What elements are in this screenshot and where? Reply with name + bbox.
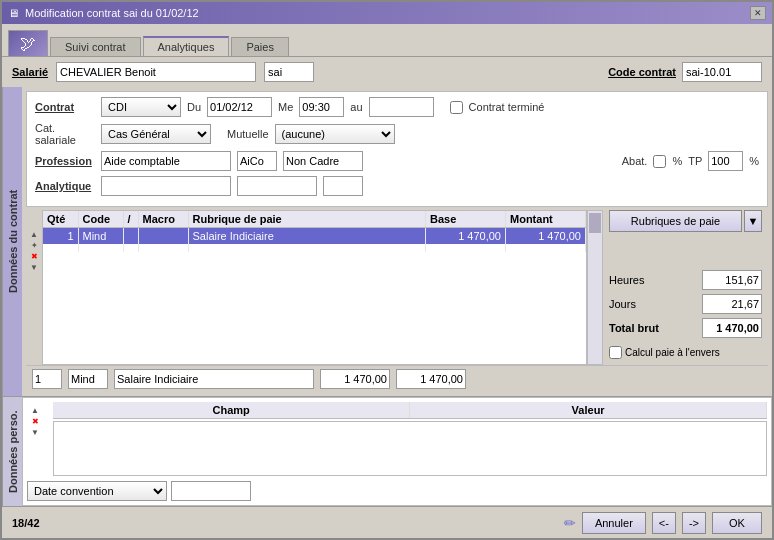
heures-input[interactable] (702, 270, 762, 290)
edit-rubrique[interactable] (114, 369, 314, 389)
close-button[interactable]: ✕ (750, 6, 766, 20)
edit-code[interactable] (68, 369, 108, 389)
jours-input[interactable] (702, 294, 762, 314)
salarie-code-input[interactable] (264, 62, 314, 82)
table-row[interactable]: 1 Mind Salaire Indiciaire 1 470,00 1 470… (43, 228, 586, 245)
tp-input[interactable] (708, 151, 743, 171)
lower-side-icons: ▲ ✖ ▼ (27, 402, 43, 478)
cat-salariale-row: Cat. salariale Cas Général Mutuelle (auc… (35, 122, 759, 146)
icon-delete[interactable]: ✖ (26, 252, 42, 261)
total-brut-input[interactable] (702, 318, 762, 338)
code-contrat-label: Code contrat (608, 66, 676, 78)
mutuelle-select[interactable]: (aucune) (275, 124, 395, 144)
scroll-thumb[interactable] (589, 213, 601, 233)
ok-button[interactable]: OK (712, 512, 762, 534)
date-convention-select[interactable]: Date convention (27, 481, 167, 501)
cell-rubrique: Salaire Indiciaire (188, 228, 426, 245)
col-code: Code (78, 211, 123, 228)
edit-base[interactable] (320, 369, 390, 389)
rubriques-dropdown-btn[interactable]: ▼ (744, 210, 762, 232)
tab-analytiques[interactable]: Analytiques (143, 36, 230, 56)
abat-checkbox[interactable] (653, 155, 666, 168)
table-scrollbar[interactable] (587, 210, 603, 365)
spacer (609, 236, 762, 266)
contrat-checkbox[interactable] (450, 101, 463, 114)
total-brut-row: Total brut (609, 318, 762, 338)
jours-row: Jours (609, 294, 762, 314)
col-base: Base (426, 211, 506, 228)
profession-label: Profession (35, 155, 95, 167)
edit-montant[interactable] (396, 369, 466, 389)
col-slash: / (123, 211, 138, 228)
rubriques-button[interactable]: Rubriques de paie (609, 210, 742, 232)
lower-form: ▲ ✖ ▼ Champ Valeur (22, 397, 772, 506)
analytique-input1[interactable] (101, 176, 231, 196)
code-contrat-area: Code contrat (608, 62, 762, 82)
table-row[interactable] (43, 248, 586, 252)
au-date-input[interactable] (369, 97, 434, 117)
col-rubrique: Rubrique de paie (188, 211, 426, 228)
prev-button[interactable]: <- (652, 512, 676, 534)
table-container: Qté Code / Macro Rubrique de paie Base M… (42, 210, 587, 365)
edit-qte[interactable] (32, 369, 62, 389)
lower-icon-delete[interactable]: ✖ (27, 417, 43, 426)
pct2-label: % (749, 155, 759, 167)
table-header-row: Qté Code / Macro Rubrique de paie Base M… (43, 211, 586, 228)
pencil-icon[interactable]: ✏ (564, 515, 576, 531)
contrat-termine-label: Contrat terminé (469, 101, 545, 113)
bottom-controls: Date convention (27, 481, 767, 501)
icon-up[interactable]: ▲ (26, 230, 42, 239)
cat-salariale-select[interactable]: Cas Général (101, 124, 211, 144)
paie-table: Qté Code / Macro Rubrique de paie Base M… (43, 211, 586, 252)
lower-header-row: Champ Valeur (53, 402, 767, 419)
cell-base: 1 470,00 (426, 228, 506, 245)
col-montant: Montant (506, 211, 586, 228)
salarie-label: Salarié (12, 66, 48, 78)
upper-content: Contrat CDI Du Me au Contrat terminé (22, 87, 772, 396)
side-label-upper: Données du contrat (2, 87, 22, 396)
table-header-area: Qté Code / Macro Rubrique de paie Base M… (43, 211, 586, 252)
total-brut-label: Total brut (609, 322, 659, 334)
annuler-button[interactable]: Annuler (582, 512, 646, 534)
side-label-lower: Données perso. (2, 397, 22, 506)
tab-logo[interactable]: 🕊 (8, 30, 48, 56)
lower-textarea[interactable] (54, 422, 766, 475)
lower-icon-down[interactable]: ▼ (27, 428, 43, 437)
profession-input[interactable] (101, 151, 231, 171)
next-button[interactable]: -> (682, 512, 706, 534)
title-bar: 🖥 Modification contrat sai du 01/02/12 ✕ (2, 2, 772, 24)
lower-icon-up[interactable]: ▲ (27, 406, 43, 415)
cell-slash (123, 228, 138, 245)
main-body: Données du contrat Contrat CDI (2, 87, 772, 506)
calcul-checkbox[interactable] (609, 346, 622, 359)
jours-label: Jours (609, 298, 636, 310)
aico-input[interactable] (237, 151, 277, 171)
edit-row-area (26, 365, 768, 392)
window-title: Modification contrat sai du 01/02/12 (25, 7, 199, 19)
icon-star[interactable]: ✦ (26, 241, 42, 250)
right-panel: Rubriques de paie ▼ Heures Jours (603, 210, 768, 365)
heure-input[interactable] (299, 97, 344, 117)
contrat-select[interactable]: CDI (101, 97, 181, 117)
tab-paies[interactable]: Paies (231, 37, 289, 56)
table-area: ▲ ✦ ✖ ▼ Qté (26, 210, 768, 365)
tab-suivi-contrat[interactable]: Suivi contrat (50, 37, 141, 56)
analytique-input2[interactable] (237, 176, 317, 196)
icon-down[interactable]: ▼ (26, 263, 42, 272)
date-convention-input[interactable] (171, 481, 251, 501)
title-icon: 🖥 (8, 7, 19, 19)
tp-label: TP (688, 155, 702, 167)
du-date-input[interactable] (207, 97, 272, 117)
cell-montant: 1 470,00 (506, 228, 586, 245)
form-area: Contrat CDI Du Me au Contrat terminé (26, 91, 768, 207)
salarie-name-input[interactable] (56, 62, 256, 82)
code-contrat-input[interactable] (682, 62, 762, 82)
main-window: 🖥 Modification contrat sai du 01/02/12 ✕… (0, 0, 774, 540)
non-cadre-input[interactable] (283, 151, 363, 171)
analytique-input3[interactable] (323, 176, 363, 196)
cell-macro (138, 228, 188, 245)
tab-bar: 🕊 Suivi contrat Analytiques Paies (2, 24, 772, 56)
col-macro: Macro (138, 211, 188, 228)
lower-header: ▲ ✖ ▼ Champ Valeur (27, 402, 767, 478)
du-label: Du (187, 101, 201, 113)
